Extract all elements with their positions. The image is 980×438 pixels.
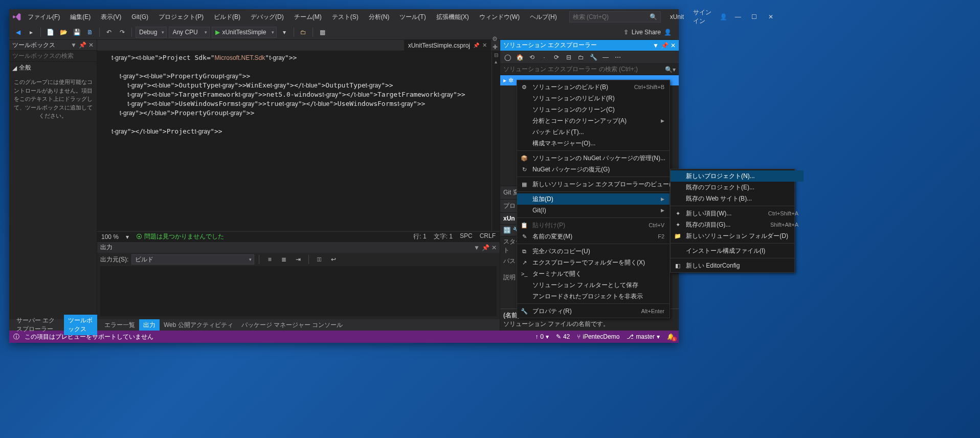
save-icon[interactable]: 💾 <box>71 27 82 38</box>
menu-item[interactable]: テスト(S) <box>328 11 363 24</box>
open-icon[interactable]: 📂 <box>58 27 69 38</box>
context-menu-item[interactable]: ✦ 既存の項目(G)... Shift+Alt+A <box>671 219 804 230</box>
status-warnings[interactable]: ✎42 <box>556 333 570 340</box>
menu-item[interactable]: 分析(N) <box>365 11 394 24</box>
context-menu-item[interactable]: ◧ 新しい EditorConfig <box>671 260 804 271</box>
context-menu-item[interactable]: ↗ エクスプローラーでフォルダーを開く(X) <box>517 257 670 268</box>
context-menu-item[interactable]: 分析とコードのクリーンアップ(A) ▶ <box>517 115 670 126</box>
toolbox-group-general[interactable]: ◢全般 <box>9 62 97 74</box>
context-menu-item[interactable]: 📁 新しいソリューション フォルダー(D) <box>671 230 804 242</box>
scroll-up-icon[interactable]: ▴ <box>495 59 497 64</box>
menu-item[interactable]: プロジェクト(P) <box>154 11 208 24</box>
dropdown-icon[interactable]: ▼ <box>474 244 480 251</box>
config-dropdown[interactable]: Debug <box>136 27 167 38</box>
folder-icon[interactable]: 🗀 <box>298 27 309 38</box>
context-menu-item[interactable]: ▦ 新しいソリューション エクスプローラーのビュー(N) <box>517 179 670 190</box>
global-search-input[interactable] <box>573 13 650 20</box>
preview-icon[interactable]: — <box>600 52 611 62</box>
context-menu-item[interactable]: 🔧 プロパティ(R) Alt+Enter <box>517 305 670 317</box>
undo-icon[interactable]: ↶ <box>103 27 115 38</box>
add-icon[interactable]: ✚ <box>493 43 498 51</box>
maximize-button[interactable]: ☐ <box>749 11 760 23</box>
close-icon[interactable]: ✕ <box>492 244 497 251</box>
context-menu-item[interactable]: 📦 ソリューションの NuGet パッケージの管理(N)... <box>517 152 670 164</box>
person-icon[interactable]: 👤 <box>664 29 672 36</box>
grid-icon[interactable]: ▦ <box>317 27 328 38</box>
menu-item[interactable]: ヘルプ(H) <box>526 11 561 24</box>
refresh-icon[interactable]: ⟳ <box>551 52 562 62</box>
menu-item[interactable]: ツール(T) <box>395 11 430 24</box>
dropdown-icon[interactable]: ▼ <box>71 41 77 49</box>
context-menu-item[interactable]: ✎ 名前の変更(M) F2 <box>517 231 670 242</box>
redo-icon[interactable]: ↷ <box>117 27 128 38</box>
back-icon[interactable]: ◯ <box>502 52 513 62</box>
status-errors[interactable]: ↑0▾ <box>535 333 549 340</box>
context-menu-item[interactable]: Git(I) ▶ <box>517 205 670 216</box>
context-menu-item[interactable]: ソリューションのクリーン(C) <box>517 104 670 115</box>
context-menu-item[interactable]: ソリューションのリビルド(R) <box>517 93 670 104</box>
menu-item[interactable]: ファイル(F) <box>24 11 64 24</box>
output-source-dropdown[interactable]: ビルド <box>131 254 254 265</box>
no-issues-indicator[interactable]: ⦿問題は見つかりませんでした <box>136 232 224 241</box>
minimize-button[interactable]: — <box>732 11 744 23</box>
output-btn-2[interactable]: ≣ <box>278 254 289 265</box>
status-repo[interactable]: ⑂iPentecDemo <box>577 333 619 340</box>
dropdown-icon[interactable]: ▾ <box>279 27 290 38</box>
menu-item[interactable]: 表示(V) <box>97 11 125 24</box>
lineend-indicator[interactable]: CRLF <box>480 232 496 241</box>
output-btn-3[interactable]: ⇥ <box>293 254 304 265</box>
space-indicator[interactable]: SPC <box>460 232 473 241</box>
bottom-tab[interactable]: パッケージ マネージャー コンソール <box>237 319 347 331</box>
context-menu-item[interactable]: ソリューション フィルターとして保存 <box>517 279 670 291</box>
chevron-icon[interactable]: ▾ <box>126 233 129 240</box>
menu-item[interactable]: 編集(E) <box>66 11 95 24</box>
liveshare-label[interactable]: Live Share <box>632 29 661 36</box>
nav-fwd-icon[interactable]: ▸ <box>26 27 37 38</box>
close-icon[interactable]: ✕ <box>88 41 94 49</box>
output-wrap-icon[interactable]: ↩ <box>328 254 339 265</box>
bottom-tab[interactable]: エラー一覧 <box>100 319 139 331</box>
pin-icon[interactable]: 📌 <box>473 42 479 48</box>
save-all-icon[interactable]: 🗎 <box>84 27 96 38</box>
more-icon[interactable]: ⋯ <box>613 52 623 62</box>
col-indicator[interactable]: 文字: 1 <box>434 232 453 241</box>
pin-icon[interactable]: 📌 <box>661 42 669 49</box>
code-editor[interactable]: t-gray"><t-blue">Project Sdk="Microsoft.… <box>97 51 492 231</box>
sync-icon[interactable]: ⟲ <box>527 52 537 62</box>
line-indicator[interactable]: 行: 1 <box>413 232 426 241</box>
pin-icon[interactable]: 📌 <box>79 41 86 49</box>
context-menu-item[interactable]: ⧉ 完全パスのコピー(U) <box>517 246 670 257</box>
context-menu-item[interactable]: アンロードされたプロジェクトを非表示 <box>517 291 670 302</box>
close-icon[interactable]: ✕ <box>482 42 487 49</box>
toolbox-search[interactable]: ツールボックスの検索 <box>9 51 97 62</box>
home-icon[interactable]: 🏠 <box>515 52 525 62</box>
menu-item[interactable]: ウィンドウ(W) <box>475 11 524 24</box>
context-menu-item[interactable]: 追加(D) ▶ <box>517 193 670 205</box>
start-debug-button[interactable]: ▶xUnitTestSimple <box>212 27 277 38</box>
editor-scroll-widget[interactable]: ⊟ ▴ <box>492 51 500 231</box>
properties-icon[interactable]: 🔧 <box>588 52 598 62</box>
pin-icon[interactable]: 📌 <box>482 244 489 251</box>
dropdown-icon[interactable]: ▼ <box>653 42 659 49</box>
menu-item[interactable]: デバッグ(D) <box>247 11 288 24</box>
close-button[interactable]: ✕ <box>765 11 776 23</box>
editor-tab[interactable]: xUnitTestSimple.csproj 📌 ✕ <box>404 39 491 51</box>
context-menu-item[interactable]: インストール構成ファイル(I) <box>671 245 804 256</box>
bottom-tab[interactable]: サーバー エクスプローラー <box>12 315 64 335</box>
settings-icon[interactable]: ⚙ <box>492 35 498 42</box>
bottom-tab[interactable]: ツールボックス <box>64 315 97 335</box>
context-menu-item[interactable]: ↻ NuGet パッケージの復元(G) <box>517 164 670 175</box>
context-menu-item[interactable]: >_ ターミナルで開く <box>517 268 670 279</box>
menu-item[interactable]: ビルド(B) <box>210 11 244 24</box>
output-text[interactable] <box>100 266 497 316</box>
zoom-level[interactable]: 100 % <box>101 233 119 240</box>
solution-explorer-search[interactable]: ソリューション エクスプローラー の検索 (Ctrl+;)🔍▾ <box>500 64 679 75</box>
bottom-tab[interactable]: 出力 <box>139 319 160 331</box>
bottom-tab[interactable]: Web 公開アクティビティ <box>160 319 237 331</box>
signin-link[interactable]: サインイン <box>693 8 715 26</box>
nav-back-icon[interactable]: ◀ <box>12 27 24 38</box>
output-clear-icon[interactable]: ✕⃞ <box>314 254 325 265</box>
context-menu-item[interactable]: バッチ ビルド(T)... <box>517 126 670 138</box>
context-menu-item[interactable]: 既存のプロジェクト(E)... <box>671 182 804 193</box>
context-menu-item[interactable]: 既存の Web サイト(B)... <box>671 193 804 204</box>
